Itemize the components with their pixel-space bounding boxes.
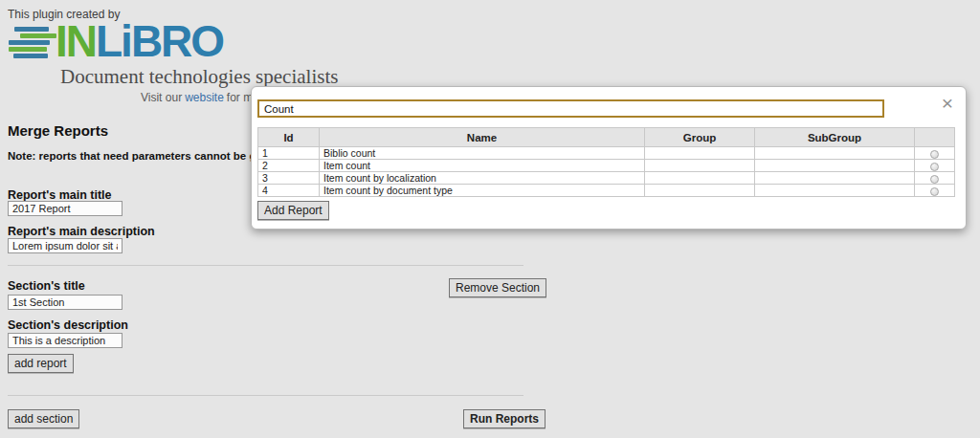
report-row[interactable]: 1 Biblio count — [258, 147, 955, 160]
report-row[interactable]: 3 Item count by localization — [258, 172, 955, 185]
report-group-cell — [645, 160, 755, 172]
report-select-radio[interactable] — [930, 187, 939, 196]
report-select-cell — [915, 147, 955, 160]
report-subgroup-cell — [755, 172, 915, 185]
report-subgroup-cell — [755, 160, 915, 172]
report-id-cell: 3 — [258, 172, 320, 185]
report-name-cell: Item count — [320, 160, 645, 172]
reports-table-header-row: Id Name Group SubGroup — [258, 128, 955, 147]
wordmark-blue-part: LiBRO — [96, 16, 223, 66]
section-description-label: Section's description — [8, 318, 128, 332]
params-note: Note: reports that need parameters canno… — [8, 150, 275, 162]
inlibro-logo-icon — [8, 26, 57, 64]
inlibro-wordmark: INLiBRO — [56, 19, 223, 63]
visit-prefix: Visit our — [141, 91, 182, 104]
report-group-cell — [645, 172, 755, 185]
column-header-subgroup: SubGroup — [755, 128, 915, 147]
report-select-radio[interactable] — [930, 163, 939, 171]
report-row[interactable]: 4 Item count by document type — [258, 185, 955, 197]
page-background: This plugin created by INLiBRO Document … — [0, 0, 980, 438]
report-group-cell — [645, 185, 755, 197]
modal-add-report-button[interactable]: Add Report — [257, 201, 329, 220]
report-row[interactable]: 2 Item count — [258, 160, 955, 172]
report-name-cell: Biblio count — [320, 147, 645, 160]
report-main-description-label: Report's main description — [8, 225, 155, 238]
report-main-title-input[interactable] — [8, 201, 122, 216]
report-id-cell: 2 — [258, 160, 320, 172]
report-search-input[interactable] — [257, 99, 884, 118]
report-picker-modal: × Id Name Group SubGroup 1 Biblio count — [251, 86, 967, 230]
logo-bar — [20, 33, 56, 38]
run-reports-button[interactable]: Run Reports — [463, 409, 546, 428]
column-header-select — [915, 128, 955, 147]
report-main-description-input[interactable] — [8, 238, 122, 253]
section-divider — [8, 265, 523, 266]
add-section-button[interactable]: add section — [8, 409, 79, 428]
section-title-input[interactable] — [8, 295, 122, 310]
footer-divider — [8, 395, 523, 396]
report-select-cell — [915, 172, 955, 185]
report-main-title-label: Report's main title — [8, 188, 112, 202]
report-subgroup-cell — [755, 147, 915, 160]
report-select-cell — [915, 160, 955, 172]
report-name-cell: Item count by document type — [320, 185, 645, 197]
logo-bar — [13, 54, 48, 58]
wordmark-green-part: IN — [56, 16, 96, 66]
logo-bar — [14, 27, 49, 32]
column-header-name: Name — [320, 128, 645, 147]
logo-bar — [9, 47, 47, 52]
report-group-cell — [645, 147, 755, 160]
section-title-label: Section's title — [8, 279, 85, 293]
report-subgroup-cell — [755, 185, 915, 197]
report-id-cell: 1 — [258, 147, 320, 160]
report-select-radio[interactable] — [930, 150, 939, 159]
column-header-id: Id — [258, 128, 320, 147]
logo-bar — [9, 40, 50, 45]
close-icon[interactable]: × — [942, 93, 953, 113]
page-title: Merge Reports — [8, 122, 108, 139]
report-name-cell: Item count by localization — [320, 172, 645, 185]
remove-section-button[interactable]: Remove Section — [449, 278, 546, 297]
report-select-radio[interactable] — [930, 175, 939, 184]
add-report-button[interactable]: add report — [8, 354, 74, 373]
reports-table: Id Name Group SubGroup 1 Biblio count 2 — [257, 127, 955, 197]
section-description-input[interactable] — [8, 333, 122, 348]
report-id-cell: 4 — [258, 185, 320, 197]
report-select-cell — [915, 185, 955, 197]
column-header-group: Group — [645, 128, 755, 147]
website-link[interactable]: website — [185, 91, 224, 104]
